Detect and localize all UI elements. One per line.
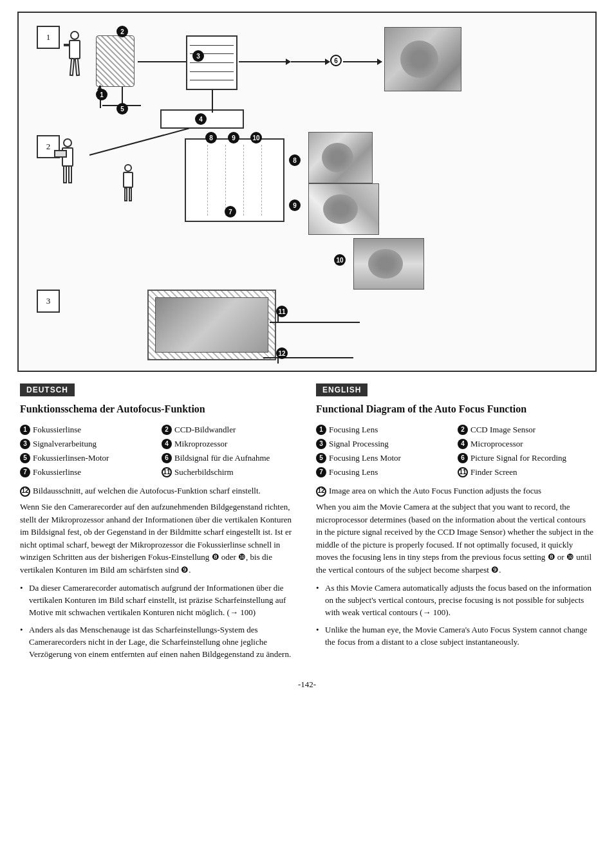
item-num-5-en: 5: [316, 453, 326, 463]
photo-8: [308, 132, 373, 183]
deutsch-item-7: 7 Fokussierlinse: [20, 466, 156, 478]
item-text-4-de: Mikroprozessor: [174, 438, 227, 450]
item-num-4-de: 4: [162, 439, 172, 449]
scene-label-3: 3: [37, 290, 60, 313]
arrow-4: [343, 61, 382, 62]
deutsch-item-2: 2 CCD-Bildwandler: [162, 424, 298, 436]
diagram-box: 1 2 3: [17, 12, 597, 372]
english-note-12: 12 Image area on which the Auto Focus Fu…: [316, 485, 594, 497]
deutsch-title: Funktionsschema der Autofocus-Funktion: [20, 403, 298, 416]
num-9-diagram: 9: [228, 132, 239, 143]
num-12-diagram: 12: [276, 347, 288, 359]
item-text-7-en: Focusing Lens: [329, 466, 378, 478]
english-column: ENGLISH Functional Diagram of the Auto F…: [313, 383, 597, 667]
item-text-6-de: Bildsignal für die Aufnahme: [174, 452, 270, 464]
content-area: DEUTSCH Funktionsschema der Autofocus-Fu…: [17, 383, 597, 667]
item-num-11-en: 11: [458, 467, 468, 477]
arrow-2: [239, 61, 290, 62]
item-num-2-en: 2: [458, 425, 468, 435]
english-bullet-1: As this Movie Camera automatically adjus…: [316, 582, 594, 619]
num-10-right: 10: [334, 254, 346, 266]
ccd-panel-2: 8 9 10 7: [185, 138, 284, 222]
item-text-2-de: CCD-Bildwandler: [174, 424, 236, 436]
deutsch-header: DEUTSCH: [20, 383, 75, 396]
item-text-3-en: Signal Processing: [329, 438, 389, 450]
item-text-3-de: Signalverarbeitung: [33, 438, 97, 450]
deutsch-item-1: 1 Fokussierlinse: [20, 424, 156, 436]
hline-12: [263, 357, 353, 358]
item-num-1-en: 1: [316, 425, 326, 435]
num-2: 2: [116, 26, 128, 37]
item-num-7-en: 7: [316, 467, 326, 477]
box-4: 4: [160, 109, 244, 129]
note-12-text-en: Image area on which the Auto Focus Funct…: [329, 485, 541, 497]
item-num-11-de: 11: [162, 467, 172, 477]
page-number: -142-: [298, 679, 316, 690]
item-text-5-de: Fokussierlinsen-Motor: [33, 452, 109, 464]
english-item-11: 11 Finder Screen: [458, 466, 594, 478]
item-num-1-de: 1: [20, 425, 30, 435]
num-8-right: 8: [289, 154, 301, 166]
person-figure-3: [118, 164, 141, 212]
item-text-7-de: Fokussierlinse: [33, 466, 81, 478]
photo-10: [353, 238, 424, 290]
line-down-1: [212, 90, 213, 113]
deutsch-bullets: Da dieser Camerarecorder automatisch auf…: [20, 582, 298, 660]
item-num-3-de: 3: [20, 439, 30, 449]
english-item-1: 1 Focusing Lens: [316, 424, 452, 436]
page: 1 2 3: [0, 0, 614, 868]
deutsch-bullet-2: Anders als das Menschenauge ist das Scha…: [20, 624, 298, 661]
scene-label-1: 1: [37, 26, 60, 49]
english-header: ENGLISH: [316, 383, 367, 396]
deutsch-bullet-1: Da dieser Camerarecorder automatisch auf…: [20, 582, 298, 619]
english-title: Functional Diagram of the Auto Focus Fun…: [316, 403, 594, 416]
item-num-3-en: 3: [316, 439, 326, 449]
deutsch-body: Wenn Sie den Camerarecorder auf den aufz…: [20, 501, 298, 576]
deutsch-item-5: 5 Fokussierlinsen-Motor: [20, 452, 156, 464]
deutsch-column: DEUTSCH Funktionsschema der Autofocus-Fu…: [17, 383, 301, 667]
num-8-diagram: 8: [205, 132, 217, 143]
deutsch-note-12: 12 Bildausschnitt, auf welchen die Autof…: [20, 485, 298, 497]
note-12-text-de: Bildausschnitt, auf welchen die Autofocu…: [33, 485, 261, 497]
deutsch-item-11: 11 Sucherbildschirm: [162, 466, 298, 478]
photo-1: [384, 27, 461, 91]
num-7-diagram: 7: [225, 206, 236, 217]
item-num-5-de: 5: [20, 453, 30, 463]
num-9-right: 9: [289, 199, 301, 211]
deutsch-item-3: 3 Signalverarbeitung: [20, 438, 156, 450]
num-11-diagram: 11: [276, 306, 288, 317]
english-bullets: As this Movie Camera automatically adjus…: [316, 582, 594, 648]
english-item-6: 6 Picture Signal for Recording: [458, 452, 594, 464]
item-num-12-de: 12: [20, 486, 30, 497]
diagonal-line-1: [89, 128, 189, 156]
english-bullet-2: Unlike the human eye, the Movie Camera's…: [316, 624, 594, 649]
item-num-6-de: 6: [162, 453, 172, 463]
item-text-11-de: Sucherbildschirm: [174, 466, 234, 478]
english-item-2: 2 CCD Image Sensor: [458, 424, 594, 436]
photo-9: [308, 183, 379, 235]
item-text-4-en: Microprocessor: [470, 438, 523, 450]
num-6-diagram: 6: [330, 55, 342, 66]
num-3-diagram: 3: [192, 50, 204, 62]
english-item-3: 3 Signal Processing: [316, 438, 452, 450]
english-item-7: 7 Focusing Lens: [316, 466, 452, 478]
ccd-box: [186, 35, 237, 90]
large-hatch-box: [147, 290, 276, 360]
item-text-6-en: Picture Signal for Recording: [470, 452, 566, 464]
person-figure-1: [62, 31, 88, 95]
lens-element-1: [96, 35, 135, 87]
item-text-11-en: Finder Screen: [470, 466, 517, 478]
item-num-4-en: 4: [458, 439, 468, 449]
num-10-diagram: 10: [250, 132, 262, 143]
deutsch-items-grid: 1 Fokussierlinse 2 CCD-Bildwandler 3 Sig…: [20, 424, 298, 479]
num-4-small: 4: [195, 113, 207, 125]
person-figure-2: [54, 138, 89, 209]
num-5-diagram: 5: [116, 103, 128, 115]
item-text-5-en: Focusing Lens Motor: [329, 452, 401, 464]
english-body: When you aim the Movie Camera at the sub…: [316, 501, 594, 576]
item-text-1-en: Focusing Lens: [329, 424, 378, 436]
deutsch-item-4: 4 Mikroprozessor: [162, 438, 298, 450]
arrow-3: [291, 61, 330, 62]
item-num-7-de: 7: [20, 467, 30, 477]
english-item-5: 5 Focusing Lens Motor: [316, 452, 452, 464]
